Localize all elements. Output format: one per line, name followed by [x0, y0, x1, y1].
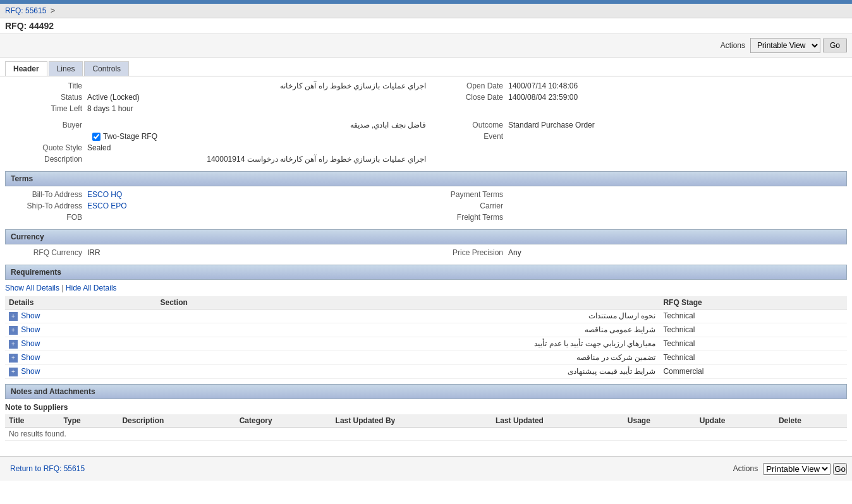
return-link[interactable]: Return to RFQ: 55615 — [5, 460, 90, 477]
section-cell: معيارهاي ارزيابي جهت تأييد يا عدم تأييد — [156, 337, 659, 351]
payment-terms-row: Payment Terms — [426, 190, 847, 199]
payment-terms-value — [508, 190, 847, 199]
no-results-row: No results found. — [5, 428, 847, 441]
open-date-label: Open Date — [426, 81, 508, 90]
delete-col: Delete — [775, 414, 847, 428]
description-col: Description — [118, 414, 235, 428]
status-label: Status — [5, 93, 87, 102]
price-precision-label: Price Precision — [426, 248, 508, 257]
show-link[interactable]: Show — [21, 367, 40, 376]
time-left-label: Time Left — [5, 104, 87, 113]
plus-icon[interactable]: + — [9, 354, 18, 363]
show-link[interactable]: Show — [21, 353, 40, 362]
two-stage-checkbox[interactable] — [92, 133, 100, 141]
status-value: Active (Locked) — [87, 93, 426, 102]
header-section: Title اجراي عمليات بازسازي خطوط راه آهن … — [5, 81, 847, 166]
printable-view-select[interactable]: Printable View — [750, 38, 820, 53]
fob-value — [87, 213, 426, 222]
carrier-row: Carrier — [426, 201, 847, 210]
time-left-row: Time Left 8 days 1 hour — [5, 104, 426, 113]
event-value — [508, 132, 847, 141]
table-row: + Show شرایط عمومی مناقصه Technical — [5, 323, 847, 337]
details-cell: + Show — [5, 323, 156, 337]
ship-to-value: ESCO EPO — [87, 201, 426, 210]
open-date-row: Open Date 1400/07/14 10:48:06 — [426, 81, 847, 90]
plus-icon[interactable]: + — [9, 340, 18, 349]
carrier-label: Carrier — [426, 201, 508, 210]
bill-to-row: Bill-To Address ESCO HQ — [5, 190, 426, 199]
fob-label: FOB — [5, 213, 87, 222]
update-col: Update — [696, 414, 775, 428]
freight-terms-row: Freight Terms — [426, 213, 847, 222]
show-hide-links: Show All Details | Hide All Details — [5, 284, 847, 292]
outcome-row: Outcome Standard Purchase Order — [426, 121, 847, 129]
tab-lines[interactable]: Lines — [49, 61, 83, 76]
note-to-suppliers-label: Note to Suppliers — [5, 403, 847, 412]
rfq-stage-cell: Technical — [659, 323, 847, 337]
requirements-section-header: Requirements — [5, 265, 847, 280]
close-date-row: Close Date 1400/08/04 23:59:00 — [426, 93, 847, 102]
plus-icon[interactable]: + — [9, 326, 18, 335]
details-cell: + Show — [5, 351, 156, 365]
table-row: + Show معيارهاي ارزيابي جهت تأييد يا عدم… — [5, 337, 847, 351]
section-cell: شرایط عمومی مناقصه — [156, 323, 659, 337]
currency-section-header: Currency — [5, 229, 847, 244]
quote-style-value: Sealed — [87, 143, 426, 152]
section-cell: شرایط تأیید قیمت پیشنهادی — [156, 365, 659, 379]
no-results-text: No results found. — [5, 428, 847, 441]
rfq-stage-cell: Technical — [659, 309, 847, 323]
freight-terms-value — [508, 213, 847, 222]
show-link[interactable]: Show — [21, 339, 40, 348]
attachments-table: Title Type Description Category Last Upd… — [5, 414, 847, 441]
details-col-header: Details — [5, 296, 156, 309]
title-row: Title اجراي عمليات بازسازي خطوط راه آهن … — [5, 81, 426, 90]
two-stage-label: Two-Stage RFQ — [103, 132, 157, 141]
bill-to-value: ESCO HQ — [87, 190, 426, 199]
title-label: Title — [5, 81, 87, 90]
outcome-value: Standard Purchase Order — [508, 121, 847, 129]
event-row: Event — [426, 132, 847, 141]
tab-bar: Header Lines Controls — [0, 57, 852, 76]
category-col: Category — [236, 414, 332, 428]
buyer-value: فاضل نجف ابادي, صديقه — [87, 121, 426, 129]
footer-actions-label: Actions — [733, 464, 758, 473]
two-stage-row: Two-Stage RFQ — [92, 132, 426, 141]
plus-icon[interactable]: + — [9, 368, 18, 376]
rfq-currency-row: RFQ Currency IRR — [5, 248, 426, 257]
section-cell: تضمین شرکت در مناقصه — [156, 351, 659, 365]
bill-to-link[interactable]: ESCO HQ — [87, 190, 122, 199]
description-label: Description — [5, 155, 87, 164]
buyer-label: Buyer — [5, 121, 87, 129]
tab-header[interactable]: Header — [5, 61, 47, 76]
close-date-value: 1400/08/04 23:59:00 — [508, 93, 847, 102]
price-precision-value: Any — [508, 248, 847, 257]
footer-go-button[interactable]: Go — [833, 463, 847, 475]
show-link[interactable]: Show — [21, 311, 40, 320]
bill-to-label: Bill-To Address — [5, 190, 87, 199]
quote-style-label: Quote Style — [5, 143, 87, 152]
plus-icon[interactable]: + — [9, 312, 18, 321]
rfq-currency-value: IRR — [87, 248, 426, 257]
breadcrumb-rfq-link[interactable]: RFQ: 55615 — [5, 6, 46, 15]
details-cell: + Show — [5, 337, 156, 351]
show-all-details-link[interactable]: Show All Details — [5, 284, 59, 292]
hide-all-details-link[interactable]: Hide All Details — [66, 284, 117, 292]
section-cell: نحوه ارسال مستندات — [156, 309, 659, 323]
show-link[interactable]: Show — [21, 325, 40, 334]
footer-printable-view-select[interactable]: Printable View — [763, 463, 831, 475]
tab-controls[interactable]: Controls — [84, 61, 129, 76]
last-updated-by-col: Last Updated By — [332, 414, 492, 428]
rfq-stage-col-header: RFQ Stage — [659, 296, 847, 309]
description-row: Description اجراي عمليات بازسازي خطوط را… — [5, 155, 426, 164]
outcome-label: Outcome — [426, 121, 508, 129]
freight-terms-label: Freight Terms — [426, 213, 508, 222]
main-content: Title اجراي عمليات بازسازي خطوط راه آهن … — [0, 76, 852, 451]
top-toolbar: Actions Printable View Go — [0, 34, 852, 57]
ship-to-link[interactable]: ESCO EPO — [87, 201, 127, 210]
close-date-label: Close Date — [426, 93, 508, 102]
currency-section: RFQ Currency IRR Price Precision Any — [5, 248, 847, 260]
description-value: اجراي عمليات بازسازي خطوط راه آهن کارخان… — [87, 155, 426, 164]
usage-col: Usage — [624, 414, 696, 428]
terms-section-header: Terms — [5, 171, 847, 186]
go-button[interactable]: Go — [823, 39, 847, 52]
